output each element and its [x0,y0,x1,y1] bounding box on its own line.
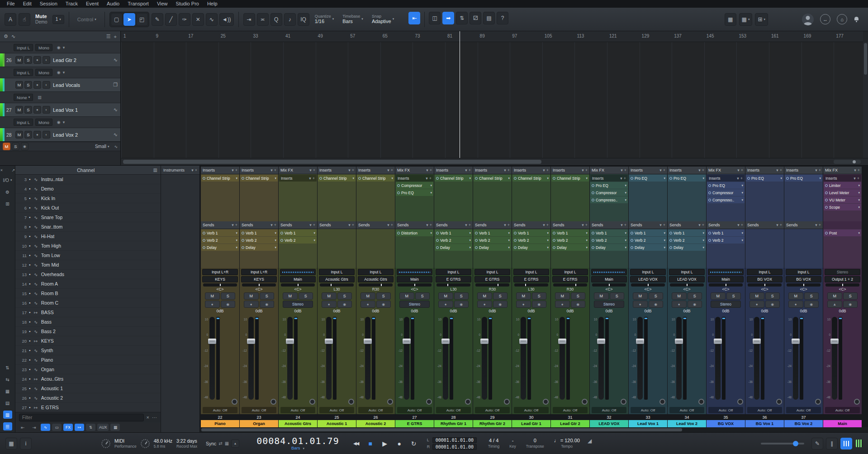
fader-handle[interactable] [792,339,800,344]
inserts-header[interactable]: Inserts▾+ [318,167,356,174]
power-icon[interactable] [436,177,439,180]
chevron-down-icon[interactable]: ▾ [737,176,739,181]
fader-handle[interactable] [597,339,605,344]
input-monitor-icon[interactable]: ◉ [57,120,61,124]
chevron-down-icon[interactable]: ▾ [504,223,506,227]
fader-handle[interactable] [636,339,644,344]
channel-list-item-kick-in[interactable]: 5●∿Kick In [15,194,161,203]
pan-slider[interactable] [281,283,315,287]
chevron-down-icon[interactable]: ▾ [737,168,740,172]
inserts-subheader[interactable]: Inserts▾+ [824,175,861,182]
channel-list-item-demo[interactable]: 4●∿Demo [15,184,161,194]
insert-slot[interactable]: Channel Strip▾ [357,175,394,182]
dual-pane-icon[interactable]: ◫ [429,12,441,24]
chevron-down-icon[interactable]: ▾ [858,191,860,195]
record-arm-button[interactable]: ● [33,81,41,89]
chevron-down-icon[interactable]: ▾ [430,191,432,195]
chevron-down-icon[interactable]: ▾ [508,177,510,180]
input-select[interactable]: Stereo [825,269,860,275]
visibility-dot-icon[interactable]: ● [29,282,31,285]
monitor-button[interactable]: ◉ [804,301,819,308]
chevron-down-icon[interactable]: ▾ [232,223,234,227]
pan-value[interactable]: <C> [279,287,317,292]
chevron-down-icon[interactable]: ▾ [664,246,665,249]
bend-tool-icon[interactable]: ∿ [206,13,218,26]
visibility-dot-icon[interactable]: ● [29,330,31,333]
mute-button[interactable]: M [15,56,23,64]
menu-studio-pro[interactable]: Studio Pro [172,0,203,8]
gain-knob[interactable] [698,399,704,405]
follow-button[interactable]: ➡ [442,12,454,24]
scroll-left-icon[interactable]: ⇤ [18,424,28,431]
small-strips-icon[interactable]: ▤ [3,399,12,407]
automation-mode-button[interactable]: Auto: Off [786,407,821,413]
insert-slot[interactable]: Channel Strip▾ [551,175,589,182]
pan-value[interactable]: <C> [707,287,745,292]
mute-button[interactable]: M [399,292,414,300]
mute-tool-icon[interactable]: ✕ [192,13,204,26]
mute-button[interactable]: M [788,292,803,300]
global-mute-button[interactable]: M [3,143,10,150]
output-select[interactable]: KEYS [241,276,277,282]
mute-button[interactable]: M [15,81,23,89]
chevron-down-icon[interactable]: ▾ [313,239,315,242]
gain-knob[interactable] [854,399,860,405]
inserts-header[interactable]: Inserts▾+ [240,167,278,174]
insert-slot[interactable]: Pro EQ▾ [396,189,433,196]
channel-list-item-bass[interactable]: 17●↦BASS [15,308,161,317]
sends-header[interactable]: Sends▾+ [551,221,589,229]
pan-slider[interactable] [359,283,393,287]
automation-mode-button[interactable]: Auto: Off [242,407,276,413]
monitor-button[interactable]: ◉ [337,301,352,308]
visibility-dot-icon[interactable]: ● [29,178,31,181]
send-slot[interactable]: Delay▾ [551,244,589,251]
timebase-dropdown[interactable]: Timebase Bars ▾ [342,14,363,25]
add-send-icon[interactable]: + [352,223,354,227]
record-arm-button[interactable]: ● [749,301,764,308]
fader-track[interactable] [248,317,254,400]
fader-track[interactable] [365,317,370,400]
chevron-down-icon[interactable]: ▾ [625,198,626,202]
visibility-dot-icon[interactable]: ● [29,263,31,266]
channel-list-item-hi-hat[interactable]: 9●∿Hi-Hat [15,232,161,241]
chevron-down-icon[interactable]: ▾ [780,177,782,180]
power-icon[interactable] [203,232,205,234]
sends-header[interactable]: Sends▾+ [201,221,239,229]
send-slot[interactable]: Verb 2▾ [512,237,550,244]
add-insert-icon[interactable]: + [857,176,859,181]
fader-handle[interactable] [208,339,216,344]
mute-button[interactable]: M [244,292,259,300]
add-send-icon[interactable]: + [313,223,315,227]
chevron-down-icon[interactable]: ▾ [191,168,194,172]
channel-name-label[interactable]: Organ [240,420,278,427]
insert-slot[interactable]: Pro EQ▾ [746,175,783,182]
automation-mode-button[interactable]: Auto: Off [669,407,704,413]
monitor-button[interactable]: ◉ [532,301,547,308]
fader-track[interactable] [287,317,293,400]
sends-header[interactable]: Sends▾+ [473,221,512,229]
channel-list-item-overheads[interactable]: 13●∿Overheads [15,270,161,279]
output-select[interactable]: Main [708,276,744,282]
output-select[interactable]: E GTRS [513,276,549,282]
record-arm-button[interactable]: ● [33,56,41,64]
send-slot[interactable]: Verb 2▾ [668,237,706,244]
volume-readout[interactable]: 0dB [434,309,473,315]
control-dropdown[interactable]: Control ▾ [77,17,96,22]
monitor-button[interactable]: ◉ [571,301,586,308]
chevron-down-icon[interactable]: ▾ [426,223,428,227]
midi-performance[interactable]: MIDI Performance [114,438,137,449]
chevron-down-icon[interactable]: ▾ [236,231,237,235]
pan-value[interactable]: <C> [668,287,706,292]
gain-knob[interactable] [387,399,393,405]
chevron-down-icon[interactable]: ▾ [625,184,626,187]
key-display[interactable]: - Key [509,438,516,449]
volume-readout[interactable]: 0dB [745,309,784,315]
chevron-down-icon[interactable]: ▾ [387,168,389,172]
output-select[interactable]: Acoustic Gtrs [319,276,355,282]
record-arm-button[interactable]: ● [33,131,41,139]
add-insert-icon[interactable]: + [780,168,782,172]
send-slot[interactable]: Verb 2▾ [474,237,511,244]
groove-icon[interactable]: ♪ [284,13,296,26]
power-icon[interactable] [553,239,555,242]
chevron-down-icon[interactable]: ▾ [582,223,584,227]
